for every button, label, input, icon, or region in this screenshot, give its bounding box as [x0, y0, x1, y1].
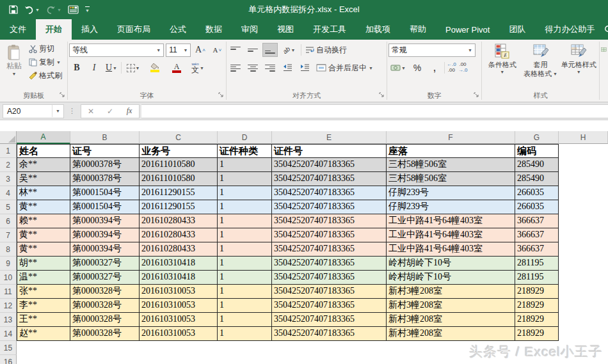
cell[interactable]: 1	[218, 172, 272, 186]
cell[interactable]: 黄**	[17, 200, 70, 214]
cell[interactable]: 366637	[515, 242, 559, 257]
cell[interactable]: 285490	[515, 172, 559, 186]
row-header-7[interactable]: 7	[0, 228, 17, 242]
cell[interactable]: 1	[218, 200, 272, 214]
cell[interactable]: 王**	[17, 313, 70, 327]
tell-me-box[interactable]: 告诉我	[604, 19, 608, 40]
ribbon-tab-13[interactable]: 得力办公助手	[535, 19, 604, 40]
name-box[interactable]: A20 ▼	[3, 104, 64, 118]
cell[interactable]: 新村3幢208室	[387, 285, 515, 299]
copy-button[interactable]: 复制 ▼	[27, 56, 64, 68]
cell[interactable]: 编码	[515, 144, 559, 158]
document-badge-button[interactable]	[68, 5, 79, 14]
cell[interactable]: 第0000327号	[70, 271, 140, 285]
format-as-table-button[interactable]: 套用 表格格式▼	[522, 42, 560, 79]
cell[interactable]: 第0001504号	[70, 186, 140, 200]
cell[interactable]: 胡**	[17, 257, 70, 271]
cell[interactable]: 281195	[515, 257, 559, 271]
borders-button[interactable]: ▼	[124, 61, 143, 75]
cell[interactable]: 281195	[515, 271, 559, 285]
cell[interactable]: 第0000394号	[70, 214, 140, 228]
alignment-dialog-launcher[interactable]	[379, 89, 385, 100]
ribbon-tab-2[interactable]: 插入	[72, 19, 108, 40]
cell[interactable]: 350425207407183365	[272, 242, 387, 257]
cell[interactable]: 赵**	[17, 327, 70, 341]
cell[interactable]: 350425207407183365	[272, 327, 387, 341]
row-header-11[interactable]: 11	[0, 285, 17, 299]
cell[interactable]: 1	[218, 158, 272, 172]
cell[interactable]: 350425207407183365	[272, 257, 387, 271]
row-header-4[interactable]: 4	[0, 186, 17, 200]
cell[interactable]: 证件种类	[218, 144, 272, 158]
cell[interactable]: 350425207407183365	[272, 285, 387, 299]
cell[interactable]: 吴**	[17, 172, 70, 186]
cell[interactable]: 黄**	[17, 242, 70, 257]
redo-dropdown-caret[interactable]: ▼	[57, 8, 61, 12]
cell-styles-button[interactable]: 单元格样式 ▼	[559, 42, 598, 79]
cell[interactable]: 201611290155	[140, 186, 218, 200]
cell[interactable]: 350425207407183365	[272, 158, 387, 172]
align-center-button[interactable]	[245, 61, 260, 75]
cell[interactable]: 张**	[17, 285, 70, 299]
cell[interactable]: 350425207407183365	[272, 313, 387, 327]
cell[interactable]: 201610310053	[140, 285, 218, 299]
cell[interactable]: 201611010580	[140, 158, 218, 172]
cell[interactable]: 201610310418	[140, 257, 218, 271]
align-middle-button[interactable]	[245, 43, 260, 57]
ribbon-tab-5[interactable]: 数据	[196, 19, 232, 40]
cell[interactable]: 350425207407183365	[272, 186, 387, 200]
cell[interactable]: 林**	[17, 186, 70, 200]
cell[interactable]: 201610280433	[140, 242, 218, 257]
cell[interactable]: 第0000394号	[70, 228, 140, 242]
row-header-6[interactable]: 6	[0, 214, 17, 228]
cell[interactable]: 新村3幢208室	[387, 327, 515, 341]
cell[interactable]: 218929	[515, 327, 559, 341]
cell[interactable]: 201610280433	[140, 214, 218, 228]
row-header-14[interactable]: 14	[0, 327, 17, 341]
insert-function-button[interactable]: fx	[120, 106, 139, 116]
column-header-H[interactable]: H	[559, 131, 608, 144]
cell[interactable]: 三村58幢506室	[387, 158, 515, 172]
cell[interactable]: 仔脚239号	[387, 186, 515, 200]
phonetic-button[interactable]: wén文 ▼	[188, 61, 207, 75]
row-header-8[interactable]: 8	[0, 242, 17, 257]
cell[interactable]: 201611010580	[140, 172, 218, 186]
cell[interactable]: 温**	[17, 271, 70, 285]
merge-center-button[interactable]: 合并后居中 ▼	[314, 62, 375, 74]
cell[interactable]: 第0000327号	[70, 257, 140, 271]
cell[interactable]: 1	[218, 299, 272, 313]
cell[interactable]: 赖**	[17, 214, 70, 228]
ribbon-tab-9[interactable]: 加载项	[356, 19, 400, 40]
cell[interactable]: 第0000328号	[70, 285, 140, 299]
decrease-indent-button[interactable]	[280, 61, 295, 75]
cell[interactable]: 218929	[515, 285, 559, 299]
fill-color-button[interactable]	[145, 61, 165, 75]
orientation-button[interactable]: ab▼	[280, 43, 299, 57]
row-header-13[interactable]: 13	[0, 313, 17, 327]
increase-indent-button[interactable]	[297, 61, 312, 75]
cell[interactable]: 工业中路41号64幢403室	[387, 214, 515, 228]
cell[interactable]: 1	[218, 228, 272, 242]
cell[interactable]: 证件号	[272, 144, 387, 158]
bold-button[interactable]: B	[69, 61, 84, 75]
cell[interactable]: 三村58幢506室	[387, 172, 515, 186]
align-top-button[interactable]	[228, 43, 243, 57]
cell[interactable]: 岭村胡岭下10号	[387, 271, 515, 285]
cell[interactable]: 第0000378号	[70, 158, 140, 172]
decrease-decimal-button[interactable]: .00→.0	[458, 62, 468, 74]
ribbon-tab-8[interactable]: 开发工具	[303, 19, 356, 40]
font-dialog-launcher[interactable]	[218, 89, 224, 100]
undo-dropdown-caret[interactable]: ▼	[35, 8, 40, 12]
column-header-B[interactable]: B	[70, 131, 140, 144]
cell[interactable]: 201610310053	[140, 313, 218, 327]
ribbon-tab-0[interactable]: 文件	[0, 19, 36, 40]
accounting-format-button[interactable]: ▼	[388, 61, 408, 75]
cell[interactable]: 第0000394号	[70, 242, 140, 257]
align-right-button[interactable]	[262, 61, 278, 75]
row-header-16[interactable]: 16	[0, 355, 17, 364]
cell[interactable]: 新村3幢208室	[387, 313, 515, 327]
row-header-9[interactable]: 9	[0, 257, 17, 271]
row-header-3[interactable]: 3	[0, 172, 17, 186]
clipboard-dialog-launcher[interactable]	[60, 89, 65, 100]
ribbon-tab-11[interactable]: Power Pivot	[436, 19, 499, 40]
